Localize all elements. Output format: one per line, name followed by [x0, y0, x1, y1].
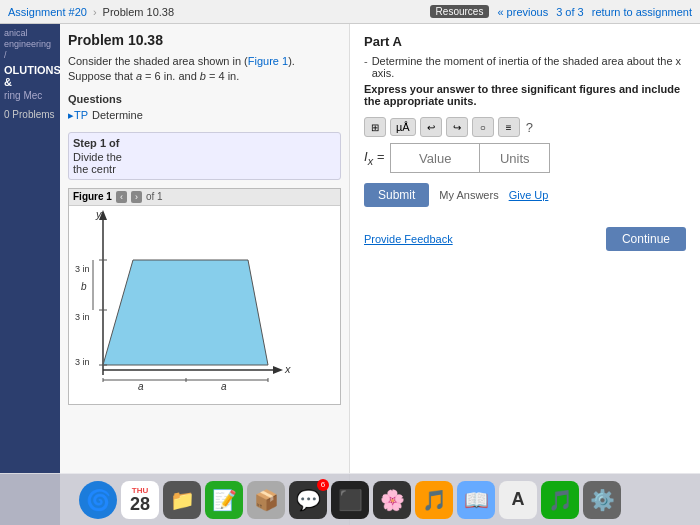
sidebar-nav: 0 Problems [4, 109, 56, 120]
figure-canvas: x y b a a 3 in [69, 206, 340, 404]
dock-photos-icon[interactable]: 🌸 [373, 481, 411, 519]
help-icon[interactable]: ? [526, 120, 533, 135]
instruction-text: Determine the moment of inertia of the s… [372, 55, 686, 79]
resources-button[interactable]: Resources [430, 5, 490, 18]
svg-text:x: x [284, 363, 291, 375]
question-item: ▸TP Determine [68, 107, 341, 124]
redo-icon[interactable]: ↪ [446, 117, 468, 137]
sidebar-title2: ring Mec [4, 90, 56, 101]
nav-digit: 0 [4, 109, 10, 120]
problem-label: Problem 10.38 [103, 6, 175, 18]
dock-misc1-icon[interactable]: ⬛ [331, 481, 369, 519]
dock-badge: 6 [317, 479, 329, 491]
svg-text:b: b [81, 281, 87, 292]
part-label: Part A [364, 34, 686, 49]
page-count: 3 of 3 [556, 6, 584, 18]
give-up-link[interactable]: Give Up [509, 189, 549, 201]
dock-notes-icon[interactable]: 📝 [205, 481, 243, 519]
mac-dock: 🌀 THU 28 📁 📝 📦 💬 6 ⬛ 🌸 🎵 📖 A 🎵 ⚙️ [0, 473, 700, 525]
unit-button[interactable]: µÅ [390, 118, 416, 136]
svg-text:a: a [138, 381, 144, 392]
nav-problems[interactable]: Problems [12, 109, 54, 120]
problem-description: Consider the shaded area shown in (Figur… [68, 54, 341, 85]
input-row: Ix = [364, 143, 686, 173]
figure-link[interactable]: Figure 1 [248, 55, 288, 67]
prev-link[interactable]: « previous [497, 6, 548, 18]
svg-text:a: a [221, 381, 227, 392]
grid-icon[interactable]: ⊞ [364, 117, 386, 137]
svg-marker-6 [103, 260, 268, 365]
assignment-link[interactable]: Assignment #20 [8, 6, 87, 18]
step-section: Step 1 of Divide the the centr [68, 132, 341, 180]
input-label: Ix = [364, 149, 384, 167]
submit-button[interactable]: Submit [364, 183, 429, 207]
dock-music-icon[interactable]: 🎵 [415, 481, 453, 519]
units-input[interactable] [480, 143, 550, 173]
part-instruction: - Determine the moment of inertia of the… [364, 55, 686, 79]
dock-appstore-icon[interactable]: A [499, 481, 537, 519]
questions-section: Questions ▸TP Determine [68, 93, 341, 124]
dock-messages-icon[interactable]: 💬 6 [289, 481, 327, 519]
step-title: Step 1 of [73, 137, 336, 149]
dock-finder-icon[interactable]: 🌀 [79, 481, 117, 519]
left-sidebar: anical engineering / OLUTIONS & ring Mec… [0, 24, 60, 525]
step-desc2: the centr [73, 163, 336, 175]
figure-count: of 1 [146, 191, 163, 202]
bottom-row: Provide Feedback Continue [364, 227, 686, 251]
answer-toolbar: ⊞ µÅ ↩ ↪ ○ ≡ ? [364, 117, 686, 137]
right-panel: Part A - Determine the moment of inertia… [350, 24, 700, 525]
sidebar-subtitle: anical engineering / [4, 28, 56, 60]
top-bar: Assignment #20 › Problem 10.38 Resources… [0, 0, 700, 24]
figure-container: Figure 1 ‹ › of 1 [68, 188, 341, 405]
problem-title: Problem 10.38 [68, 32, 341, 48]
q-marker: ▸TP [68, 109, 88, 122]
breadcrumb: Assignment #20 › Problem 10.38 [8, 6, 174, 18]
dock-calendar-icon[interactable]: THU 28 [121, 481, 159, 519]
svg-text:3 in: 3 in [75, 264, 90, 274]
part-note: Express your answer to three significant… [364, 83, 686, 107]
figure-label: Figure 1 [73, 191, 112, 202]
dock-spotify-icon[interactable]: 🎵 [541, 481, 579, 519]
dock-books-icon[interactable]: 📖 [457, 481, 495, 519]
svg-text:3 in: 3 in [75, 357, 90, 367]
sidebar-title1: OLUTIONS & [4, 64, 56, 88]
svg-text:3 in: 3 in [75, 312, 90, 322]
figure-next-button[interactable]: › [131, 191, 142, 203]
dock-settings-icon[interactable]: ⚙️ [583, 481, 621, 519]
step-desc1: Divide the [73, 151, 336, 163]
dock-date-number: 28 [130, 495, 150, 513]
continue-button[interactable]: Continue [606, 227, 686, 251]
menu-icon[interactable]: ≡ [498, 117, 520, 137]
dock-finder2-icon[interactable]: 📁 [163, 481, 201, 519]
dock-box-icon[interactable]: 📦 [247, 481, 285, 519]
left-panel: Problem 10.38 Consider the shaded area s… [60, 24, 350, 525]
undo-icon[interactable]: ↩ [420, 117, 442, 137]
question-text: Determine [92, 109, 143, 121]
questions-label: Questions [68, 93, 341, 105]
circle-icon[interactable]: ○ [472, 117, 494, 137]
svg-marker-2 [273, 366, 283, 374]
value-input[interactable] [390, 143, 480, 173]
return-link[interactable]: return to assignment [592, 6, 692, 18]
my-answers-label: My Answers [439, 189, 498, 201]
figure-toolbar: Figure 1 ‹ › of 1 [69, 189, 340, 206]
top-bar-right: Resources « previous 3 of 3 return to as… [430, 5, 692, 18]
main-layout: anical engineering / OLUTIONS & ring Mec… [0, 24, 700, 525]
submit-row: Submit My Answers Give Up [364, 183, 686, 207]
content-area: Problem 10.38 Consider the shaded area s… [60, 24, 700, 525]
figure-prev-button[interactable]: ‹ [116, 191, 127, 203]
feedback-link[interactable]: Provide Feedback [364, 233, 453, 245]
figure-svg: x y b a a 3 in [73, 210, 293, 400]
